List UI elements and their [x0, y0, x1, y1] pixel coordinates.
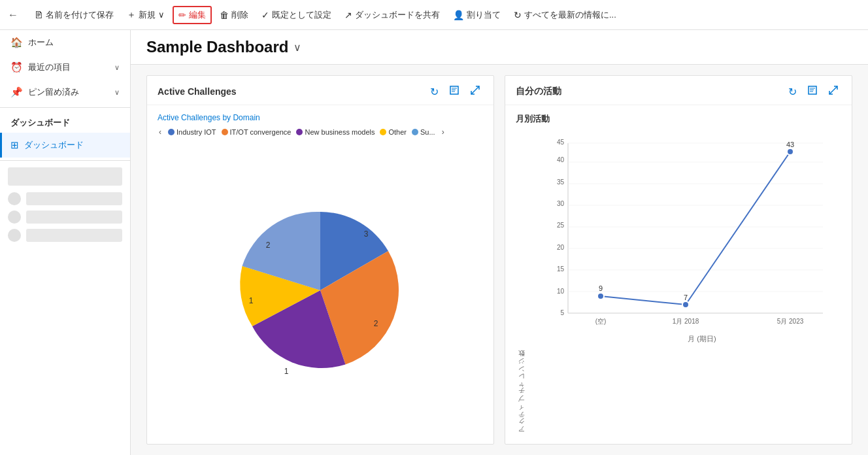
dashboard-section-header: ダッシュボード [0, 110, 130, 133]
pie-chart-area: 3 2 1 1 2 [158, 144, 483, 436]
legend-dot-3 [380, 129, 386, 135]
data-point-1 [682, 301, 689, 308]
legend-label-4: Su... [420, 128, 435, 136]
save-as-button[interactable]: 🖹 名前を付けて保存 [29, 7, 119, 24]
save-as-label: 名前を付けて保存 [46, 9, 114, 21]
share-label: ダッシュボードを共有 [355, 9, 440, 21]
line-chart-container: アクティブ チャレンジ数 [516, 130, 841, 436]
y-tick-45: 45 [557, 139, 565, 146]
toolbar-nav: ← [5, 7, 21, 24]
svg-line-10 [833, 86, 837, 90]
edit-label: 編集 [189, 9, 206, 21]
sidebar-avatar-3 [8, 229, 21, 242]
y-tick-25: 25 [557, 222, 565, 229]
delete-label: 削除 [231, 9, 248, 21]
expand-icon [470, 85, 480, 95]
active-challenges-expand-btn[interactable] [467, 84, 483, 99]
sidebar-item-recent[interactable]: ⏰ 最近の項目 ∨ [0, 55, 130, 80]
x-label-0: (空) [595, 318, 607, 325]
share-icon: ↗ [344, 10, 352, 20]
my-activity-refresh-btn[interactable]: ↻ [786, 84, 799, 99]
check-icon: ✓ [261, 10, 269, 20]
y-tick-20: 20 [557, 244, 565, 251]
legend-dot-4 [412, 129, 418, 135]
svg-line-5 [471, 90, 475, 94]
my-activity-widget: 自分の活動 ↻ 月別活動 アクティブ チ [505, 75, 852, 445]
refresh-all-label: すべてを最新の情報に... [524, 9, 616, 21]
new-chevron-icon: ∨ [158, 10, 165, 20]
pinned-chevron-icon: ∨ [114, 88, 120, 97]
legend-item-3: Other [380, 128, 407, 136]
edit-button[interactable]: ✏ 編集 [173, 6, 212, 24]
x-axis-label: 月 (期日) [563, 334, 841, 344]
svg-line-4 [475, 86, 479, 90]
content-area: Sample Dashboard ∨ Active Challenges ↻ [131, 30, 868, 455]
pinned-label: ピン留め済み [28, 86, 79, 98]
page-header: Sample Dashboard ∨ [131, 30, 868, 65]
home-label: ホーム [28, 37, 54, 48]
x-label-2: 5月 2023 [777, 318, 804, 325]
plus-icon: ＋ [127, 9, 136, 21]
sidebar-item-pinned[interactable]: 📌 ピン留め済み ∨ [0, 80, 130, 105]
page-title-chevron-icon[interactable]: ∨ [293, 41, 301, 54]
legend-dot-1 [222, 129, 228, 135]
legend-prev-btn[interactable]: ‹ [158, 127, 163, 137]
active-challenges-refresh-btn[interactable]: ↻ [427, 84, 441, 99]
pin-icon: 📌 [10, 86, 23, 98]
refresh-all-button[interactable]: ↻ すべてを最新の情報に... [509, 7, 622, 24]
y-tick-15: 15 [557, 265, 565, 273]
legend-label-0: Industry IOT [176, 128, 216, 136]
active-challenges-body: Active Challenges by Domain ‹ Industry I… [147, 105, 493, 444]
new-label: 新規 [139, 9, 156, 21]
data-label-1: 7 [684, 294, 688, 301]
share-button[interactable]: ↗ ダッシュボードを共有 [339, 7, 445, 24]
legend-next-btn[interactable]: › [441, 127, 446, 137]
sidebar-item-dashboard[interactable]: ⊞ ダッシュボード [0, 133, 130, 158]
refresh-icon: ↻ [514, 10, 522, 20]
new-button[interactable]: ＋ 新規 ∨ [122, 7, 170, 24]
person-icon: 👤 [453, 10, 464, 20]
data-point-2 [787, 148, 793, 155]
back-button[interactable]: ← [5, 7, 21, 24]
trash-icon: 🗑 [220, 10, 229, 20]
legend-dot-2 [296, 129, 303, 135]
my-activity-body: 月別活動 アクティブ チャレンジ数 [505, 105, 852, 444]
active-challenges-title: Active Challenges [158, 86, 427, 97]
set-default-button[interactable]: ✓ 既定として設定 [256, 7, 337, 24]
pie-label-4: 2 [266, 241, 271, 250]
pie-label-3: 1 [249, 296, 254, 305]
assign-button[interactable]: 👤 割り当て [448, 7, 506, 24]
main-layout: 🏠 ホーム ⏰ 最近の項目 ∨ 📌 ピン留め済み ∨ ダッシュボード ⊞ ダッシ… [0, 30, 868, 455]
toolbar: ← 🖹 名前を付けて保存 ＋ 新規 ∨ ✏ 編集 🗑 削除 ✓ 既定として設定 … [0, 0, 868, 30]
legend-label-1: IT/OT convergence [230, 128, 292, 136]
sidebar-placeholder-4 [26, 229, 122, 242]
sidebar-item-home[interactable]: 🏠 ホーム [0, 30, 130, 55]
sidebar: 🏠 ホーム ⏰ 最近の項目 ∨ 📌 ピン留め済み ∨ ダッシュボード ⊞ ダッシ… [0, 30, 131, 455]
data-point-0 [597, 293, 604, 299]
save-icon: 🖹 [34, 10, 43, 20]
chart-subtitle: Active Challenges by Domain [158, 113, 483, 122]
pie-label-2: 1 [284, 367, 289, 376]
delete-button[interactable]: 🗑 削除 [214, 7, 254, 24]
active-challenges-header: Active Challenges ↻ [147, 76, 493, 105]
active-challenges-widget: Active Challenges ↻ Active Challenges by… [146, 75, 494, 445]
pie-label-0: 3 [364, 229, 369, 239]
line-chart-svg-container: 5 10 15 20 25 30 [530, 130, 841, 436]
page-title: Sample Dashboard [146, 38, 288, 56]
active-challenges-export-btn[interactable] [446, 84, 462, 99]
legend-item-0: Industry IOT [168, 128, 216, 136]
data-label-0: 9 [599, 284, 603, 292]
data-label-2: 43 [786, 141, 794, 148]
my-activity-expand-btn[interactable] [826, 84, 841, 99]
legend-item-2: New business models [296, 128, 375, 136]
my-activity-actions: ↻ [786, 84, 841, 99]
legend-row: ‹ Industry IOT IT/OT convergence New bus… [158, 127, 483, 137]
sidebar-divider-2 [0, 160, 130, 161]
assign-label: 割り当て [467, 9, 501, 21]
expand-icon-2 [828, 85, 839, 95]
legend-label-3: Other [388, 128, 407, 136]
my-activity-title: 自分の活動 [516, 86, 786, 97]
my-activity-export-btn[interactable] [805, 84, 820, 99]
export-icon [449, 85, 459, 95]
legend-item-1: IT/OT convergence [222, 128, 292, 136]
